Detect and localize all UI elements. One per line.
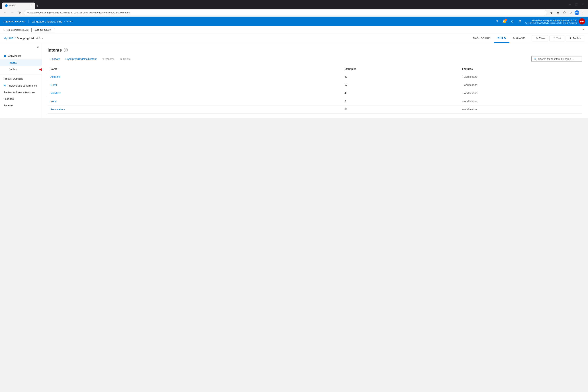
sidebar-item-prebuilt-domains[interactable]: Prebuilt Domains <box>0 76 42 82</box>
intent-link-none[interactable]: None <box>50 100 56 103</box>
emoji-button[interactable]: ☺ <box>510 18 515 24</box>
user-details: Malte.Reimann@studentambassadors.com AUT… <box>525 19 577 24</box>
rename-button[interactable]: ⊟ Rename <box>99 56 117 62</box>
sidebar-item-intents[interactable]: Intents <box>0 59 42 66</box>
cell-examples-mark-item: 48 <box>342 89 459 97</box>
content-area: « ▣ App Assets Intents Entities ◀ Prebui… <box>0 43 588 118</box>
address-bar-row: ← → ↻ ⊕ ★ ⬡ ⇗ MR ⋮ <box>0 9 588 17</box>
publish-button[interactable]: ⬆ Publish <box>566 36 584 41</box>
add-feature-button-get-all[interactable]: + Add feature <box>462 84 477 86</box>
app-bar-separator: | <box>28 20 29 24</box>
zoom-icon[interactable]: ⊕ <box>548 10 554 16</box>
cell-features-remove-item: + Add feature <box>459 106 582 114</box>
breadcrumb: My LUIS / Shopping List v0.1 ∨ <box>4 37 469 40</box>
add-feature-button-add-item[interactable]: + Add feature <box>462 75 477 78</box>
help-button[interactable]: ? <box>495 18 499 24</box>
sidebar-item-features[interactable]: Features <box>0 96 42 102</box>
tab-build[interactable]: BUILD <box>494 34 510 43</box>
version-badge: v0.1 <box>36 37 40 40</box>
window-close-button[interactable]: × <box>580 2 586 7</box>
intent-link-get-all[interactable]: GetAll <box>50 84 57 86</box>
add-prebuilt-label: + Add prebuilt domain intent <box>65 58 96 60</box>
rename-label: Rename <box>105 58 114 60</box>
table-row: MarkItem 48 + Add feature <box>48 89 582 97</box>
intent-link-remove-item[interactable]: RemoveItem <box>50 108 65 111</box>
back-button[interactable]: ← <box>2 10 8 16</box>
cell-features-add-item: + Add feature <box>459 73 582 81</box>
forward-button[interactable]: → <box>10 10 15 16</box>
page-help-icon[interactable]: ? <box>64 48 68 52</box>
browser-tabs: Intents × + <box>2 0 40 9</box>
publish-icon: ⬆ <box>569 37 572 40</box>
table-row: None 0 + Add feature <box>48 97 582 106</box>
user-info[interactable]: Malte.Reimann@studentambassadors.com AUT… <box>525 18 585 24</box>
survey-button[interactable]: Take our survey! <box>32 28 54 32</box>
sidebar-item-patterns-label: Patterns <box>4 104 13 107</box>
delete-button[interactable]: 🗑 Delete <box>117 56 133 62</box>
sidebar-item-patterns[interactable]: Patterns <box>0 102 42 109</box>
tab-dashboard[interactable]: DASHBOARD <box>469 34 494 43</box>
active-tab[interactable]: Intents × <box>2 2 35 9</box>
version-chevron-icon[interactable]: ∨ <box>42 37 43 40</box>
page-header: Intents ? <box>48 48 582 53</box>
app-bar-logo: Cognitive Services <box>3 20 25 23</box>
new-tab-button[interactable]: + <box>35 3 40 9</box>
cell-examples-add-item: 89 <box>342 73 459 81</box>
tab-close-icon[interactable]: × <box>30 4 32 7</box>
share-icon[interactable]: ⇗ <box>568 10 574 16</box>
test-button[interactable]: ⬡ Test <box>550 36 564 41</box>
browser-menu-icon[interactable]: ⋮ <box>580 10 586 16</box>
cell-examples-none: 0 <box>342 97 459 106</box>
user-avatar[interactable]: MR <box>579 18 585 24</box>
cell-examples-remove-item: 53 <box>342 106 459 114</box>
address-input[interactable] <box>24 10 547 15</box>
window-minimize-button[interactable]: ─ <box>567 2 573 7</box>
search-input[interactable] <box>538 58 580 60</box>
top-nav: My LUIS / Shopping List v0.1 ∨ DASHBOARD… <box>0 34 588 43</box>
sidebar-item-review-utterances[interactable]: Review endpoint utterances <box>0 89 42 96</box>
sidebar-section-label-app-assets: App Assets <box>8 54 21 57</box>
sidebar-item-review-utterances-label: Review endpoint utterances <box>4 91 35 94</box>
tab-title: Intents <box>9 4 16 7</box>
breadcrumb-my-luis[interactable]: My LUIS <box>4 37 14 40</box>
col-header-name[interactable]: Name ↑ <box>48 65 342 73</box>
bookmark-icon[interactable]: ★ <box>555 10 561 16</box>
toolbar-left: + Create + Add prebuilt domain intent ⊟ … <box>48 56 133 62</box>
intents-table: Name ↑ Examples Features AddItem 89 <box>48 65 582 114</box>
sidebar-item-entities[interactable]: Entities <box>0 66 42 72</box>
sidebar: « ▣ App Assets Intents Entities ◀ Prebui… <box>0 43 42 118</box>
settings-button[interactable]: ⚙ <box>518 18 522 24</box>
intent-link-add-item[interactable]: AddItem <box>50 75 60 78</box>
train-button[interactable]: ⚙ Train <box>532 36 548 41</box>
table-row: RemoveItem 53 + Add feature <box>48 106 582 114</box>
intents-toolbar: + Create + Add prebuilt domain intent ⊟ … <box>48 56 582 62</box>
add-feature-button-none[interactable]: + Add feature <box>462 100 477 103</box>
browser-user-avatar[interactable]: MR <box>574 10 579 15</box>
sidebar-section-header-app-assets[interactable]: ▣ App Assets <box>0 52 42 59</box>
train-label: Train <box>539 37 545 40</box>
intent-link-mark-item[interactable]: MarkItem <box>50 92 61 94</box>
sidebar-item-entities-label: Entities <box>9 68 17 70</box>
breadcrumb-separator: / <box>15 37 16 40</box>
tab-manage[interactable]: MANAGE <box>510 34 528 43</box>
sidebar-collapse-button[interactable]: « <box>0 43 42 51</box>
notifications-button[interactable]: 🔔 1 <box>501 18 508 24</box>
cell-examples-get-all: 67 <box>342 81 459 89</box>
improve-app-icon: ≋ <box>4 84 6 87</box>
search-icon: 🔍 <box>534 58 537 60</box>
table-row: AddItem 89 + Add feature <box>48 73 582 81</box>
browser-actions: ⊕ ★ ⬡ ⇗ MR ⋮ <box>548 10 586 16</box>
add-feature-button-mark-item[interactable]: + Add feature <box>462 92 477 94</box>
survey-text: ℹ Help us improve LUIS. <box>4 28 29 31</box>
sidebar-item-improve-app-label: Improve app performance <box>8 84 37 87</box>
window-maximize-button[interactable]: □ <box>574 2 579 7</box>
add-prebuilt-button[interactable]: + Add prebuilt domain intent <box>62 56 99 62</box>
sidebar-item-improve-app[interactable]: ≋ Improve app performance <box>0 82 42 89</box>
add-feature-button-remove-item[interactable]: + Add feature <box>462 108 477 111</box>
cell-features-get-all: + Add feature <box>459 81 582 89</box>
cell-name-get-all: GetAll <box>48 81 342 89</box>
refresh-button[interactable]: ↻ <box>17 10 22 16</box>
extension-icon[interactable]: ⬡ <box>562 10 567 16</box>
survey-close-button[interactable]: × <box>582 28 584 32</box>
create-button[interactable]: + Create <box>48 56 62 62</box>
